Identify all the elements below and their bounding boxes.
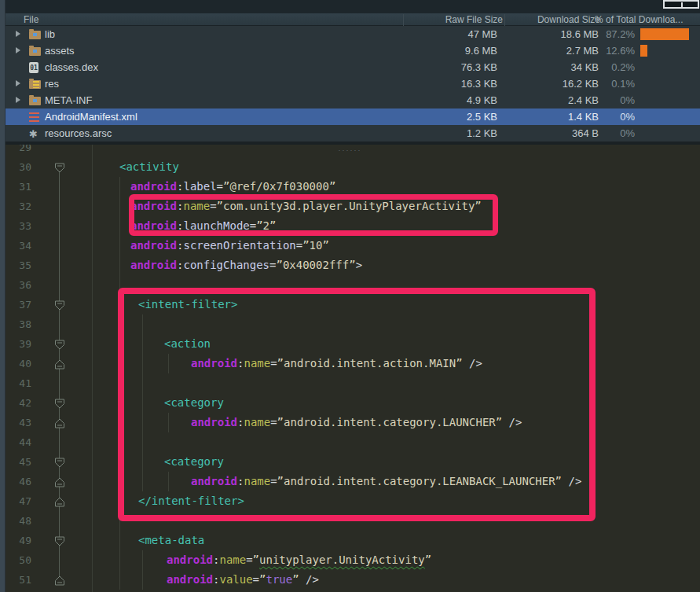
folder-icon	[29, 29, 41, 39]
file-name: resources.arsc	[45, 125, 112, 142]
download-size-value: 18.6 MB	[561, 26, 599, 42]
raw-size-value: 1.2 KB	[467, 125, 497, 142]
download-size-value: 2.4 KB	[568, 92, 599, 108]
percent-value: 0.1%	[611, 75, 635, 92]
code-line-51[interactable]: 51android:value=”true” />	[0, 570, 700, 590]
column-divider	[403, 14, 404, 27]
manifest-icon	[29, 112, 39, 123]
code-line-43[interactable]: 43android:name=”android.intent.category.…	[0, 413, 700, 432]
code-line-36[interactable]: 36	[0, 275, 700, 295]
code-text: <intent-filter>	[138, 295, 237, 314]
column-header-download-size[interactable]: Download Size	[537, 14, 600, 25]
fold-start-icon[interactable]	[54, 535, 65, 550]
raw-size-value: 2.5 KB	[467, 108, 497, 125]
expand-arrow-icon[interactable]	[16, 97, 20, 103]
fold-start-icon[interactable]	[54, 162, 65, 176]
top-strip	[0, 0, 700, 13]
dex-icon: 01	[29, 62, 38, 73]
code-line-48[interactable]: 48	[0, 511, 700, 531]
file-tree-panel: lib47 MB18.6 MB87.2%assets9.6 MB2.7 MB12…	[0, 26, 700, 142]
column-header-percent[interactable]: % of Total Downloa...	[595, 14, 700, 25]
column-header-raw-size[interactable]: Raw File Size	[445, 14, 503, 25]
code-line-50[interactable]: 50android:name=”unityplayer.UnityActivit…	[0, 550, 700, 570]
file-name: assets	[45, 42, 75, 59]
fold-end-icon[interactable]	[54, 496, 65, 510]
res-icon	[29, 79, 41, 89]
tree-row-assets[interactable]: assets9.6 MB2.7 MB12.6%	[0, 42, 700, 59]
code-line-47[interactable]: 47</intent-filter>	[0, 491, 700, 511]
fold-end-icon[interactable]	[54, 417, 65, 432]
tree-row-AndroidManifest.xml[interactable]: AndroidManifest.xml2.5 KB1.4 KB0%	[0, 108, 700, 125]
code-text: android:name=”com.unity3d.player.UnityPl…	[130, 197, 482, 216]
code-line-37[interactable]: 37<intent-filter>	[0, 295, 700, 314]
code-text: android:label=”@ref/0x7f030000”	[130, 177, 335, 197]
code-line-34[interactable]: 34android:screenOrientation=”10”	[0, 236, 700, 256]
code-text: android:configChanges=”0x40002fff”>	[130, 256, 362, 275]
fold-start-icon[interactable]	[54, 457, 65, 471]
percent-value: 0%	[620, 125, 635, 142]
raw-size-value: 47 MB	[467, 26, 497, 42]
code-text: <action	[164, 334, 211, 354]
panel-splitter[interactable]: ······	[0, 142, 700, 145]
expand-arrow-icon[interactable]	[16, 47, 20, 53]
percent-bar	[640, 28, 689, 40]
percent-value: 87.2%	[606, 26, 635, 42]
file-name: AndroidManifest.xml	[45, 108, 137, 125]
manifest-editor[interactable]: 2930<activity31android:label=”@ref/0x7f0…	[0, 145, 700, 592]
column-divider	[504, 14, 505, 27]
code-text: </intent-filter>	[138, 491, 244, 511]
code-line-40[interactable]: 40android:name=”android.intent.action.MA…	[0, 354, 700, 373]
code-line-33[interactable]: 33android:launchMode=”2”	[0, 216, 700, 236]
apk-analyzer-window: File Raw File Size Download Size % of To…	[0, 0, 700, 592]
code-text: android:name=”android.intent.category.LA…	[191, 413, 522, 432]
folder-icon	[29, 46, 41, 56]
percent-value: 12.6%	[606, 42, 635, 59]
fold-end-icon[interactable]	[54, 476, 65, 491]
popup-tick-icon	[681, 2, 683, 7]
code-text: android:screenOrientation=”10”	[130, 236, 329, 256]
fold-end-icon[interactable]	[54, 575, 65, 589]
fold-end-icon[interactable]	[54, 359, 65, 373]
tree-row-classes.dex[interactable]: 01classes.dex76.3 KB34 KB0.2%	[0, 59, 700, 75]
folder-icon	[29, 95, 41, 105]
tree-row-resources.arsc[interactable]: ✱resources.arsc1.2 KB364 B0%	[0, 125, 700, 142]
tree-row-META-INF[interactable]: META-INF4.9 KB2.4 KB0%	[0, 92, 700, 108]
code-line-38[interactable]: 38	[0, 314, 700, 334]
code-line-45[interactable]: 45<category	[0, 452, 700, 472]
code-text: <category	[164, 393, 224, 413]
percent-bar	[640, 45, 647, 57]
file-name: classes.dex	[45, 59, 98, 75]
window-edge-strip	[0, 0, 5, 592]
fold-start-icon[interactable]	[54, 339, 65, 353]
code-line-46[interactable]: 46android:name=”android.intent.category.…	[0, 472, 700, 491]
code-line-30[interactable]: 30<activity	[0, 157, 700, 177]
clipped-popup[interactable]	[663, 0, 699, 9]
tree-row-lib[interactable]: lib47 MB18.6 MB87.2%	[0, 26, 700, 42]
fold-start-icon[interactable]	[54, 398, 65, 412]
code-line-31[interactable]: 31android:label=”@ref/0x7f030000”	[0, 177, 700, 197]
code-line-41[interactable]: 41	[0, 373, 700, 393]
download-size-value: 1.4 KB	[568, 108, 599, 125]
percent-value: 0%	[620, 92, 635, 108]
column-header-file[interactable]: File	[24, 14, 38, 25]
code-line-35[interactable]: 35android:configChanges=”0x40002fff”>	[0, 256, 700, 275]
expand-arrow-icon[interactable]	[16, 80, 20, 86]
tree-row-res[interactable]: res16.3 KB16.2 KB0.1%	[0, 75, 700, 92]
fold-start-icon[interactable]	[54, 300, 65, 314]
splitter-grip-icon[interactable]: ······	[339, 146, 362, 154]
expand-arrow-icon[interactable]	[16, 31, 20, 37]
raw-size-value: 16.3 KB	[461, 75, 497, 92]
download-size-value: 34 KB	[571, 59, 599, 75]
arsc-icon: ✱	[29, 128, 38, 140]
code-line-42[interactable]: 42<category	[0, 393, 700, 413]
file-name: META-INF	[45, 92, 92, 108]
tree-header-row: File Raw File Size Download Size % of To…	[0, 13, 700, 26]
raw-size-value: 9.6 MB	[465, 42, 497, 59]
download-size-value: 16.2 KB	[563, 75, 599, 92]
code-line-49[interactable]: 49<meta-data	[0, 531, 700, 550]
download-size-value: 2.7 MB	[566, 42, 599, 59]
code-line-44[interactable]: 44	[0, 432, 700, 452]
code-line-39[interactable]: 39<action	[0, 334, 700, 354]
code-line-32[interactable]: 32android:name=”com.unity3d.player.Unity…	[0, 197, 700, 216]
raw-size-value: 4.9 KB	[467, 92, 497, 108]
